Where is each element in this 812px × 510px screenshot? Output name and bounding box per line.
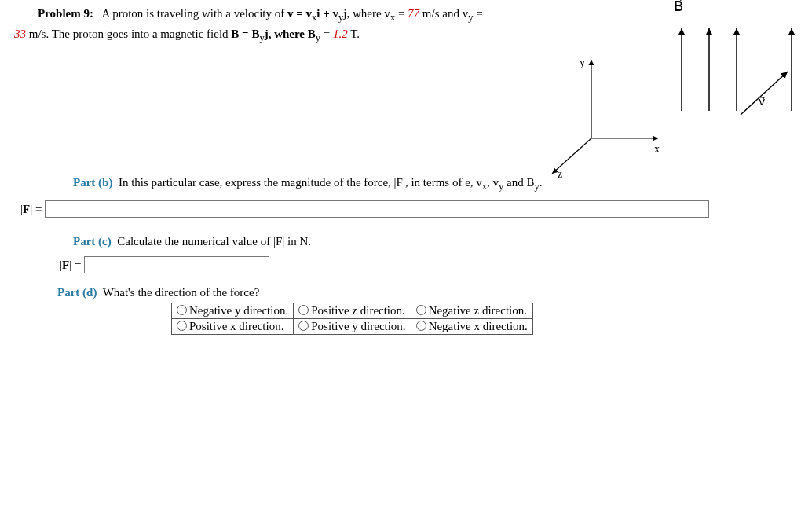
part-d-label: Part (d) bbox=[57, 286, 97, 299]
option-neg-z[interactable]: Negative z direction. bbox=[411, 303, 532, 319]
part-c-lhs: |F| = bbox=[60, 259, 81, 272]
axis-y-label: y bbox=[580, 57, 585, 68]
part-b-label: Part (b) bbox=[73, 176, 112, 189]
option-pos-z[interactable]: Positive z direction. bbox=[294, 303, 411, 319]
part-b: Part (b) In this particular case, expres… bbox=[73, 176, 798, 193]
part-b-input[interactable] bbox=[45, 200, 709, 218]
part-c-input[interactable] bbox=[84, 256, 269, 273]
option-neg-x[interactable]: Negative x direction. bbox=[411, 319, 532, 335]
field-diagram: B⃗ v⃗ bbox=[666, 0, 807, 130]
vx-value: 77 bbox=[408, 7, 419, 20]
part-c: Part (c) Calculate the numerical value o… bbox=[73, 235, 798, 248]
radio-icon bbox=[177, 321, 187, 331]
part-b-lhs: |F| = bbox=[20, 203, 42, 216]
part-d: Part (d) What's the direction of the for… bbox=[57, 286, 798, 299]
vy-value: 33 bbox=[14, 28, 26, 40]
radio-icon bbox=[298, 305, 309, 315]
option-pos-x[interactable]: Positive x direction. bbox=[172, 319, 294, 335]
option-pos-y[interactable]: Positive y direction. bbox=[294, 319, 411, 335]
v-vector-label: v⃗ bbox=[759, 96, 765, 108]
problem-number: Problem 9: bbox=[38, 7, 93, 20]
part-d-options: Negative y direction. Positive z directi… bbox=[171, 303, 533, 335]
axis-x-label: x bbox=[654, 143, 660, 155]
part-c-label: Part (c) bbox=[73, 235, 112, 248]
by-value: 1.2 bbox=[333, 28, 348, 40]
radio-icon bbox=[416, 321, 426, 331]
radio-icon bbox=[416, 305, 426, 315]
problem-statement: Problem 9: A proton is traveling with a … bbox=[38, 5, 517, 46]
axes-diagram: y x z bbox=[525, 52, 666, 185]
option-neg-y[interactable]: Negative y direction. bbox=[172, 303, 294, 319]
axis-z-label: z bbox=[558, 168, 562, 180]
b-vector-label: B⃗ bbox=[674, 0, 683, 14]
svg-line-7 bbox=[741, 72, 788, 115]
radio-icon bbox=[177, 305, 187, 315]
radio-icon bbox=[298, 321, 309, 331]
